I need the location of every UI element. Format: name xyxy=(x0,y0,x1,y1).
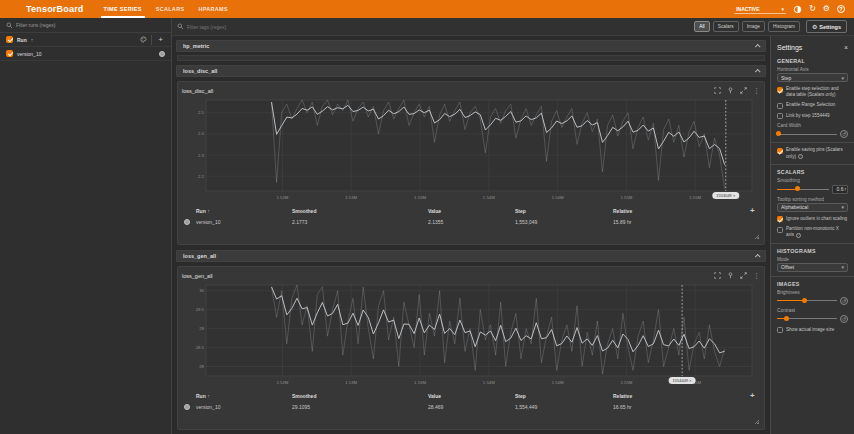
reset-icon[interactable]: ↺ xyxy=(840,315,848,323)
checkbox-range-selection[interactable]: Enable Range Selection xyxy=(777,102,848,109)
svg-text:1553049 ×: 1553049 × xyxy=(716,193,736,198)
mode-label: Mode xyxy=(777,257,848,262)
svg-text:1.52M: 1.52M xyxy=(276,380,288,385)
col-value[interactable]: Value xyxy=(428,208,515,214)
card-title: loss_gen_all xyxy=(182,273,213,279)
checkbox-step-selection[interactable]: Enable step selection and data table (Sc… xyxy=(777,86,848,98)
top-bar: TensorBoard TIME SERIES SCALARS HPARAMS … xyxy=(0,0,854,18)
col-smoothed[interactable]: Smoothed xyxy=(292,393,428,399)
more-options-icon[interactable]: ⋮ xyxy=(753,272,760,279)
checkbox-link-by-step[interactable]: Link by step 1554449 xyxy=(777,113,848,120)
table-resize-handle[interactable] xyxy=(753,418,759,424)
reset-icon[interactable]: ↺ xyxy=(840,130,848,138)
chip-image[interactable]: Image xyxy=(742,21,765,32)
pin-icon[interactable] xyxy=(727,87,734,94)
more-options-icon[interactable]: ⋮ xyxy=(753,87,760,94)
smoothing-slider[interactable] xyxy=(777,185,829,193)
checkbox[interactable] xyxy=(777,216,783,222)
col-relative[interactable]: Relative xyxy=(613,393,748,399)
tags-toolbar: All Scalars Image Histogram ⚙ Settings xyxy=(172,18,854,36)
horizontal-axis-dropdown[interactable]: Step ▾ xyxy=(777,73,848,82)
section-loss-gen-all[interactable]: loss_gen_all xyxy=(176,250,766,262)
contrast-slider[interactable] xyxy=(777,315,837,323)
info-icon[interactable]: i xyxy=(798,154,803,159)
svg-text:1.52M: 1.52M xyxy=(276,195,288,200)
chevron-up-icon xyxy=(755,254,761,260)
col-run[interactable]: Run ↑ xyxy=(196,208,292,214)
help-icon[interactable]: ? xyxy=(837,5,845,13)
chip-histogram[interactable]: Histogram xyxy=(768,21,800,32)
smoothing-input[interactable]: 0.6 ▴▾ xyxy=(832,185,848,194)
chip-all[interactable]: All xyxy=(694,21,709,32)
checkbox-partition-x-axis[interactable]: Partition non-monotonic X axis i xyxy=(777,226,848,238)
tab-hparams[interactable]: HPARAMS xyxy=(191,0,235,18)
checkbox-saving-pins[interactable]: Enable saving pins (Scalars only) i xyxy=(777,147,848,159)
checkbox-show-actual-image-size[interactable]: Show actual image size xyxy=(777,327,848,334)
settings-button[interactable]: ⚙ Settings xyxy=(806,20,847,33)
checkbox[interactable] xyxy=(777,113,783,119)
add-column-button[interactable]: + xyxy=(748,392,760,400)
table-row: version_10 29.1095 28.469 1,554,449 16.6… xyxy=(182,401,760,412)
close-icon[interactable]: × xyxy=(844,44,848,51)
add-run-group-button[interactable]: + xyxy=(156,36,165,44)
scalars-heading: SCALARS xyxy=(777,169,848,175)
info-icon[interactable]: i xyxy=(796,233,801,238)
expand-icon[interactable] xyxy=(740,272,747,279)
runs-filter-input[interactable] xyxy=(16,22,165,28)
run-checkbox[interactable] xyxy=(6,50,13,57)
tooltip-sorting-dropdown[interactable]: Alphabetical ▾ xyxy=(777,203,848,212)
refresh-icon[interactable]: ↻ xyxy=(809,5,816,13)
table-resize-handle[interactable] xyxy=(753,233,759,239)
section-hp-metric[interactable]: hp_metric xyxy=(176,40,766,52)
loss-disc-all-chart[interactable]: 2.22.32.42.51.52M1.53M1.53M1.54M1.54M1.5… xyxy=(182,97,760,203)
runs-column-header[interactable]: Run xyxy=(17,37,27,43)
chip-scalars[interactable]: Scalars xyxy=(713,21,739,32)
col-step[interactable]: Step xyxy=(515,393,613,399)
reload-status-dropdown[interactable]: INACTIVE ▾ xyxy=(734,5,786,14)
chevron-up-icon xyxy=(755,69,761,75)
smoothing-label: Smoothing xyxy=(777,178,848,183)
cell-value: 2.1355 xyxy=(428,219,515,225)
col-smoothed[interactable]: Smoothed xyxy=(292,208,428,214)
select-all-runs-checkbox[interactable] xyxy=(6,36,13,43)
stepper-icons[interactable]: ▴▾ xyxy=(844,187,846,192)
checkbox[interactable] xyxy=(777,227,783,233)
section-loss-disc-all[interactable]: loss_disc_all xyxy=(176,65,766,77)
run-row-version-10[interactable]: version_10 xyxy=(0,47,171,61)
tab-scalars[interactable]: SCALARS xyxy=(149,0,192,18)
checkbox[interactable] xyxy=(777,87,783,93)
dropdown-value: Step xyxy=(781,75,791,81)
settings-panel: Settings × GENERAL Horizontal Axis Step … xyxy=(770,36,854,434)
checkbox[interactable] xyxy=(777,103,783,109)
col-value[interactable]: Value xyxy=(428,393,515,399)
checkbox-label: Enable Range Selection xyxy=(786,102,835,108)
run-color-swatch[interactable] xyxy=(159,51,165,57)
tab-time-series[interactable]: TIME SERIES xyxy=(97,0,149,18)
col-relative[interactable]: Relative xyxy=(613,208,748,214)
card-width-slider[interactable] xyxy=(777,130,837,138)
gear-icon[interactable]: ⚙ xyxy=(823,5,830,13)
col-run[interactable]: Run ↑ xyxy=(196,393,292,399)
dark-mode-toggle-icon[interactable] xyxy=(793,5,802,14)
col-step[interactable]: Step xyxy=(515,208,613,214)
brightness-slider[interactable] xyxy=(777,297,837,305)
pin-icon[interactable] xyxy=(727,272,734,279)
checkbox[interactable] xyxy=(777,327,783,333)
fullscreen-icon[interactable] xyxy=(714,272,721,279)
checkbox[interactable] xyxy=(777,148,783,154)
sort-ascending-icon[interactable]: ↑ xyxy=(31,37,34,43)
expand-icon[interactable] xyxy=(740,87,747,94)
reset-icon[interactable]: ↺ xyxy=(840,297,848,305)
histogram-mode-dropdown[interactable]: Offset ▾ xyxy=(777,263,848,272)
loss-gen-all-chart[interactable]: 2828.52929.5301.52M1.53M1.53M1.54M1.54M1… xyxy=(182,282,760,388)
svg-text:28: 28 xyxy=(199,364,204,369)
run-name: version_10 xyxy=(17,51,41,57)
fullscreen-icon[interactable] xyxy=(714,87,721,94)
checkbox-ignore-outliers[interactable]: Ignore outliers in chart scaling xyxy=(777,216,848,223)
settings-panel-title: Settings xyxy=(777,44,802,51)
loss-disc-data-table: Run ↑ Smoothed Value Step Relative + ver… xyxy=(182,205,760,241)
palette-icon[interactable] xyxy=(140,36,147,43)
tags-filter-input[interactable] xyxy=(187,24,694,30)
svg-text:30: 30 xyxy=(199,288,204,293)
add-column-button[interactable]: + xyxy=(748,207,760,215)
